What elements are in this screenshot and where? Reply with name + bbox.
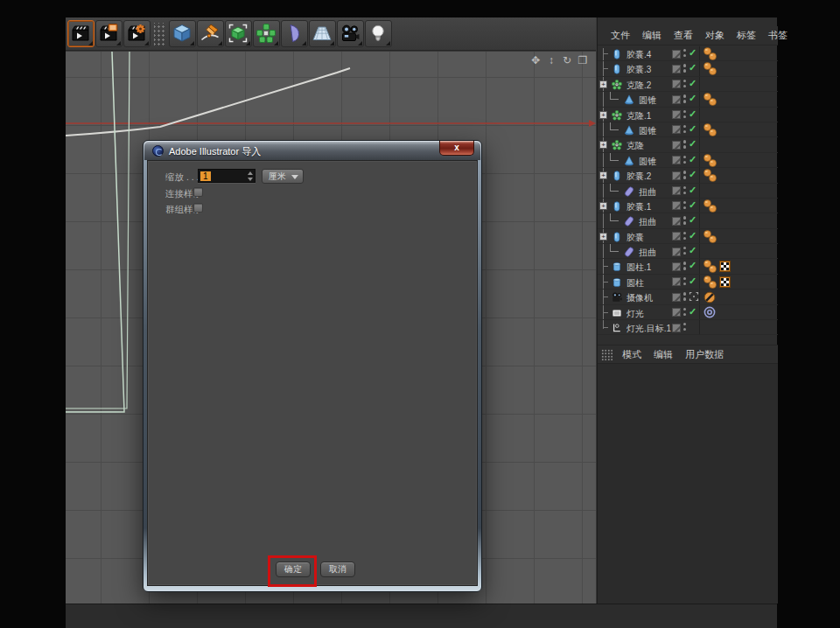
group-splines-checkbox[interactable] (193, 203, 203, 213)
subdivision-surface-icon[interactable] (225, 20, 252, 47)
material-tag-icon[interactable] (709, 98, 717, 106)
layer-icon[interactable] (672, 171, 681, 180)
light-icon[interactable] (365, 20, 392, 47)
om-menu-2[interactable]: 查看 (668, 29, 700, 42)
object-row[interactable]: 灯光.目标.1 (598, 320, 778, 335)
visibility-dots-icon[interactable] (683, 49, 687, 59)
visibility-dots-icon[interactable] (683, 292, 687, 302)
layer-icon[interactable] (672, 141, 681, 150)
expand-icon[interactable]: + (599, 80, 607, 88)
layer-icon[interactable] (672, 125, 681, 134)
layer-icon[interactable] (672, 50, 681, 59)
visibility-dots-icon[interactable] (683, 186, 687, 196)
om-menu-5[interactable]: 书签 (763, 29, 794, 42)
object-row[interactable]: 灯光✓ (598, 305, 778, 320)
object-row[interactable]: 扭曲✓ (598, 213, 778, 228)
panel-grip-icon[interactable] (601, 349, 612, 360)
expand-icon[interactable]: + (599, 233, 607, 241)
connect-splines-checkbox[interactable] (193, 187, 203, 197)
object-row[interactable]: +克隆✓ (598, 137, 778, 152)
texture-tag-icon[interactable] (719, 261, 731, 272)
visibility-dots-icon[interactable] (683, 247, 687, 256)
enabled-check-icon[interactable]: ✓ (689, 245, 696, 256)
object-row[interactable]: 圆锥✓ (598, 92, 778, 107)
layer-icon[interactable] (672, 186, 681, 195)
visibility-dots-icon[interactable] (683, 94, 687, 104)
material-tag-icon[interactable] (709, 67, 717, 75)
material-tag-icon[interactable] (709, 235, 717, 243)
material-tag-icon[interactable] (709, 129, 717, 136)
spinner-icon[interactable] (247, 171, 253, 181)
object-row[interactable]: +克隆.2✓ (598, 77, 778, 92)
am-menu-0[interactable]: 模式 (617, 348, 648, 361)
layer-icon[interactable] (672, 277, 681, 286)
object-row[interactable]: +克隆.1✓ (598, 108, 778, 122)
enabled-check-icon[interactable]: ✓ (689, 260, 696, 271)
material-tag-icon[interactable] (709, 265, 717, 273)
layer-icon[interactable] (672, 324, 681, 332)
enabled-check-icon[interactable]: ✓ (689, 169, 696, 180)
unit-dropdown[interactable]: 厘米 (262, 169, 304, 184)
pan-view-icon[interactable]: ✥ (529, 54, 542, 66)
close-icon[interactable]: x (439, 141, 474, 156)
render-picture-viewer-icon[interactable] (95, 20, 122, 47)
visibility-dots-icon[interactable] (683, 262, 687, 271)
toggle-view-icon[interactable]: ❐ (577, 54, 589, 66)
am-menu-2[interactable]: 用户数据 (680, 348, 731, 361)
enabled-check-icon[interactable]: ✓ (689, 47, 696, 59)
cancel-button[interactable]: 取消 (320, 562, 355, 577)
texture-tag-icon[interactable] (719, 276, 731, 288)
object-row[interactable]: 圆柱✓ (598, 275, 778, 290)
target-tag-icon[interactable] (704, 306, 716, 318)
visibility-dots-icon[interactable] (683, 201, 687, 211)
om-menu-1[interactable]: 编辑 (637, 29, 668, 42)
object-row[interactable]: 圆柱.1✓ (598, 259, 778, 274)
enabled-check-icon[interactable]: ✓ (689, 306, 696, 317)
enabled-check-icon[interactable]: ✓ (689, 199, 696, 211)
target-crosshair-icon[interactable] (689, 291, 699, 302)
floor-environment-icon[interactable] (309, 20, 336, 47)
layer-icon[interactable] (672, 201, 681, 210)
layer-icon[interactable] (672, 217, 681, 226)
rotate-view-icon[interactable]: ↻ (561, 54, 573, 66)
am-menu-1[interactable]: 编辑 (648, 348, 680, 361)
visibility-dots-icon[interactable] (683, 308, 687, 317)
material-tag-icon[interactable] (709, 159, 717, 167)
visibility-dots-icon[interactable] (683, 140, 687, 150)
enabled-check-icon[interactable]: ✓ (689, 62, 696, 73)
object-row[interactable]: 扭曲✓ (598, 244, 778, 259)
material-tag-icon[interactable] (709, 174, 717, 182)
visibility-dots-icon[interactable] (683, 80, 687, 89)
cube-primitive-icon[interactable] (169, 20, 196, 47)
object-row[interactable]: 摄像机 (598, 290, 778, 304)
layer-icon[interactable] (672, 308, 681, 317)
layer-icon[interactable] (672, 262, 681, 271)
enabled-check-icon[interactable]: ✓ (689, 185, 696, 196)
expand-icon[interactable]: + (599, 111, 607, 119)
dialog-titlebar[interactable]: Adobe Illustrator 导入 (144, 142, 480, 160)
visibility-dots-icon[interactable] (683, 216, 687, 226)
om-menu-0[interactable]: 文件 (606, 29, 637, 42)
render-settings-icon[interactable] (123, 20, 150, 47)
render-view-icon[interactable] (67, 20, 94, 47)
layer-icon[interactable] (672, 110, 681, 119)
layer-icon[interactable] (672, 65, 681, 73)
layer-icon[interactable] (672, 95, 681, 104)
visibility-dots-icon[interactable] (683, 110, 687, 120)
scale-input[interactable]: 1 (198, 169, 256, 183)
layer-icon[interactable] (672, 156, 681, 164)
visibility-dots-icon[interactable] (683, 125, 687, 135)
object-row[interactable]: 圆锥✓ (598, 153, 778, 168)
enabled-check-icon[interactable]: ✓ (689, 214, 696, 226)
layer-icon[interactable] (672, 248, 681, 256)
object-row[interactable]: 圆锥✓ (598, 122, 778, 137)
layer-icon[interactable] (672, 293, 681, 302)
layer-icon[interactable] (672, 232, 681, 241)
enabled-check-icon[interactable]: ✓ (689, 78, 696, 89)
object-row[interactable]: 胶囊.4✓ (598, 46, 778, 61)
object-row[interactable]: +胶囊.2✓ (598, 168, 778, 183)
enabled-check-icon[interactable]: ✓ (689, 108, 696, 120)
object-row[interactable]: +胶囊✓ (598, 229, 778, 244)
om-menu-3[interactable]: 对象 (700, 29, 732, 42)
enabled-check-icon[interactable]: ✓ (689, 138, 696, 150)
